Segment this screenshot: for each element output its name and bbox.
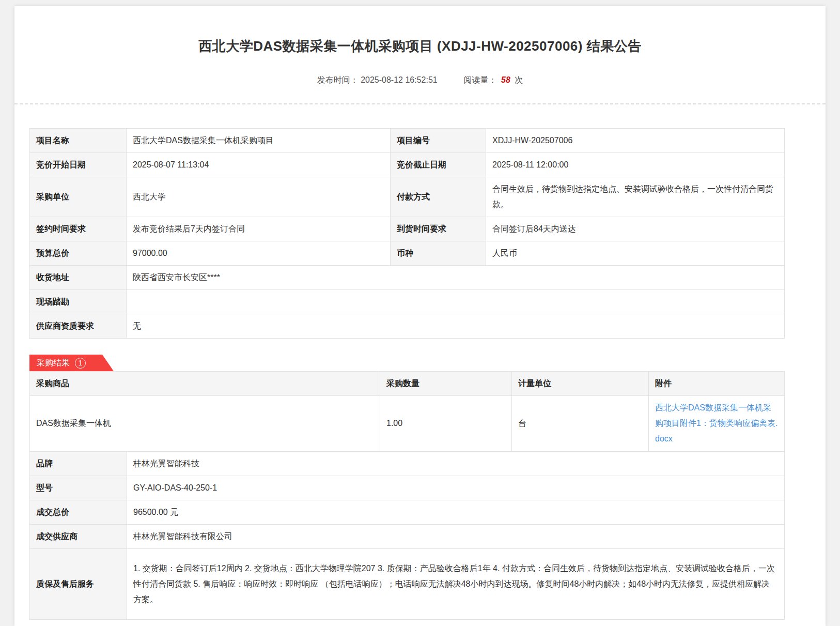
publish-time-label: 发布时间： bbox=[317, 75, 359, 84]
site-visit-value bbox=[127, 290, 785, 314]
table-row: 成交供应商 桂林光翼智能科技有限公司 bbox=[30, 525, 785, 549]
warranty-value: 1. 交货期：合同签订后12周内 2. 交货地点：西北大学物理学院207 3. … bbox=[127, 549, 785, 620]
table-row: 预算总价 97000.00 币种 人民币 bbox=[30, 241, 785, 266]
content-area: 项目名称 西北大学DAS数据采集一体机采购项目 项目编号 XDJJ-HW-202… bbox=[14, 128, 784, 620]
buyer-value: 西北大学 bbox=[127, 177, 391, 217]
attachment-column-header: 附件 bbox=[649, 372, 785, 396]
qualification-label: 供应商资质要求 bbox=[30, 314, 127, 339]
page-title: 西北大学DAS数据采集一体机采购项目 (XDJJ-HW-202507006) 结… bbox=[14, 37, 826, 55]
table-row: 供应商资质要求 无 bbox=[30, 314, 785, 339]
publish-time-value: 2025-08-12 16:52:51 bbox=[361, 75, 438, 84]
deal-price-value: 96500.00 元 bbox=[127, 500, 785, 525]
project-code-label: 项目编号 bbox=[391, 129, 486, 153]
result-header-row: 采购商品 采购数量 计量单位 附件 bbox=[30, 372, 785, 396]
result-count-badge: 1 bbox=[75, 358, 86, 369]
delivery-time-value: 合同签订后84天内送达 bbox=[486, 217, 785, 241]
result-item-table: 采购商品 采购数量 计量单位 附件 DAS数据采集一体机 1.00 台 西北大学… bbox=[29, 371, 785, 451]
quantity-column-header: 采购数量 bbox=[380, 372, 512, 396]
table-row: 采购单位 西北大学 付款方式 合同生效后，待货物到达指定地点、安装调试验收合格后… bbox=[30, 177, 785, 217]
project-name-label: 项目名称 bbox=[30, 129, 127, 153]
deal-price-label: 成交总价 bbox=[30, 500, 127, 525]
table-row: 质保及售后服务 1. 交货期：合同签订后12周内 2. 交货地点：西北大学物理学… bbox=[30, 549, 785, 620]
brand-value: 桂林光翼智能科技 bbox=[127, 452, 785, 476]
currency-value: 人民币 bbox=[486, 241, 785, 266]
attachment-link[interactable]: 西北大学DAS数据采集一体机采购项目附件1：货物类响应偏离表.docx bbox=[655, 403, 777, 443]
budget-value: 97000.00 bbox=[127, 241, 391, 266]
views-count: 58 bbox=[501, 75, 510, 84]
result-item-row: DAS数据采集一体机 1.00 台 西北大学DAS数据采集一体机采购项目附件1：… bbox=[30, 396, 785, 451]
views-label: 阅读量： bbox=[464, 75, 497, 84]
bid-end-label: 竞价截止日期 bbox=[391, 153, 486, 177]
bid-start-value: 2025-08-07 11:13:04 bbox=[127, 153, 391, 177]
qualification-value: 无 bbox=[127, 314, 785, 339]
table-row: 竞价开始日期 2025-08-07 11:13:04 竞价截止日期 2025-0… bbox=[30, 153, 785, 177]
warranty-label: 质保及售后服务 bbox=[30, 549, 127, 620]
attachment-cell: 西北大学DAS数据采集一体机采购项目附件1：货物类响应偏离表.docx bbox=[649, 396, 785, 451]
budget-label: 预算总价 bbox=[30, 241, 127, 266]
announcement-card: 西北大学DAS数据采集一体机采购项目 (XDJJ-HW-202507006) 结… bbox=[14, 6, 826, 626]
currency-label: 币种 bbox=[391, 241, 486, 266]
bid-start-label: 竞价开始日期 bbox=[30, 153, 127, 177]
buyer-label: 采购单位 bbox=[30, 177, 127, 217]
bid-end-value: 2025-08-11 12:00:00 bbox=[486, 153, 785, 177]
result-detail-table: 品牌 桂林光翼智能科技 型号 GY-AIO-DAS-40-250-1 成交总价 … bbox=[29, 451, 785, 620]
table-row: 型号 GY-AIO-DAS-40-250-1 bbox=[30, 476, 785, 500]
address-label: 收货地址 bbox=[30, 266, 127, 290]
table-row: 成交总价 96500.00 元 bbox=[30, 500, 785, 525]
model-value: GY-AIO-DAS-40-250-1 bbox=[127, 476, 785, 500]
sign-time-label: 签约时间要求 bbox=[30, 217, 127, 241]
payment-value: 合同生效后，待货物到达指定地点、安装调试验收合格后，一次性付清合同货款。 bbox=[486, 177, 785, 217]
supplier-value: 桂林光翼智能科技有限公司 bbox=[127, 525, 785, 549]
result-section-tab: 采购结果 1 bbox=[29, 355, 114, 371]
address-value: 陕西省西安市长安区**** bbox=[127, 266, 785, 290]
brand-label: 品牌 bbox=[30, 452, 127, 476]
project-info-table: 项目名称 西北大学DAS数据采集一体机采购项目 项目编号 XDJJ-HW-202… bbox=[29, 128, 785, 339]
project-code-value: XDJJ-HW-202507006 bbox=[486, 129, 785, 153]
table-row: 签约时间要求 发布竞价结果后7天内签订合同 到货时间要求 合同签订后84天内送达 bbox=[30, 217, 785, 241]
table-row: 收货地址 陕西省西安市长安区**** bbox=[30, 266, 785, 290]
supplier-label: 成交供应商 bbox=[30, 525, 127, 549]
unit-column-header: 计量单位 bbox=[512, 372, 649, 396]
payment-label: 付款方式 bbox=[391, 177, 486, 217]
model-label: 型号 bbox=[30, 476, 127, 500]
views-unit: 次 bbox=[515, 75, 523, 84]
project-name-value: 西北大学DAS数据采集一体机采购项目 bbox=[127, 129, 391, 153]
table-row: 品牌 桂林光翼智能科技 bbox=[30, 452, 785, 476]
delivery-time-label: 到货时间要求 bbox=[391, 217, 486, 241]
table-row: 项目名称 西北大学DAS数据采集一体机采购项目 项目编号 XDJJ-HW-202… bbox=[30, 129, 785, 153]
result-tab-label: 采购结果 bbox=[37, 355, 70, 371]
site-visit-label: 现场踏勘 bbox=[30, 290, 127, 314]
sign-time-value: 发布竞价结果后7天内签订合同 bbox=[127, 217, 391, 241]
goods-unit: 台 bbox=[512, 396, 649, 451]
goods-name: DAS数据采集一体机 bbox=[30, 396, 380, 451]
table-row: 现场踏勘 bbox=[30, 290, 785, 314]
publish-meta: 发布时间： 2025-08-12 16:52:51 阅读量： 58 次 bbox=[14, 75, 826, 86]
goods-quantity: 1.00 bbox=[380, 396, 512, 451]
goods-column-header: 采购商品 bbox=[30, 372, 380, 396]
dashed-divider bbox=[14, 103, 826, 104]
